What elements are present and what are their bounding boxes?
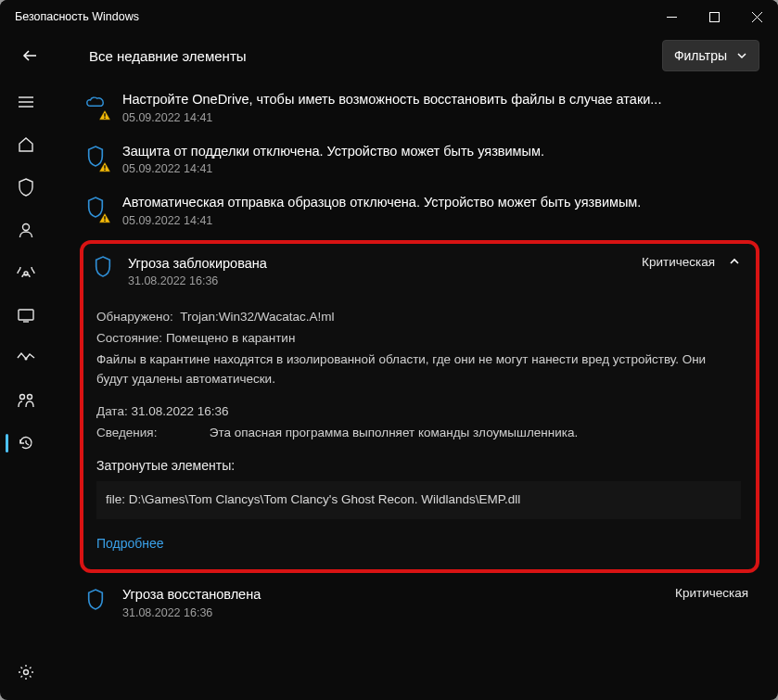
svg-line-16: [26, 443, 29, 445]
date-label: Дата:: [96, 404, 128, 418]
app-window: Безопасность Windows Все недавние элемен…: [0, 0, 778, 700]
item-text: Настройте OneDrive, чтобы иметь возможно…: [122, 91, 661, 124]
svg-point-17: [24, 670, 29, 675]
item-timestamp: 05.09.2022 14:41: [122, 162, 544, 175]
svg-rect-20: [104, 165, 105, 169]
window-title: Безопасность Windows: [15, 10, 139, 23]
window-buttons: [650, 0, 778, 33]
sidebar: [0, 78, 52, 700]
svg-rect-23: [104, 221, 105, 222]
threat-timestamp: 31.08.2022 16:36: [128, 274, 267, 287]
info-value: Эта опасная программа выполняет команды …: [210, 426, 579, 439]
item-timestamp: 05.09.2022 14:41: [122, 111, 661, 124]
list-item[interactable]: Автоматическая отправка образцов отключе…: [80, 185, 759, 236]
svg-rect-1: [709, 12, 719, 21]
threat-card-expanded: Угроза заблокирована 31.08.2022 16:36 Кр…: [80, 240, 759, 574]
item-timestamp: 31.08.2022 16:36: [122, 606, 261, 619]
list-item[interactable]: Защита от подделки отключена. Устройство…: [80, 134, 759, 185]
svg-rect-21: [104, 169, 105, 170]
svg-rect-19: [104, 118, 105, 119]
threat-title-block: Угроза заблокирована 31.08.2022 16:36: [128, 255, 267, 288]
cloud-warning-icon: [85, 93, 108, 120]
back-button[interactable]: [11, 37, 48, 74]
chevron-up-icon[interactable]: [728, 255, 741, 268]
svg-point-8: [23, 224, 30, 231]
detected-label: Обнаружено:: [96, 310, 173, 324]
nav-family-options[interactable]: [6, 382, 46, 419]
maximize-button[interactable]: [693, 0, 735, 33]
content: Настройте OneDrive, чтобы иметь возможно…: [52, 78, 778, 700]
threat-note: Файлы в карантине находятся в изолирован…: [96, 350, 741, 389]
nav-menu[interactable]: [6, 83, 46, 121]
state-value: Помещено в карантин: [166, 331, 295, 345]
svg-point-13: [20, 395, 25, 400]
nav-settings[interactable]: [6, 654, 46, 691]
item-text: Защита от подделки отключена. Устройство…: [122, 143, 544, 176]
severity-label: Критическая: [642, 255, 715, 269]
item-title: Угроза восстановлена: [122, 586, 261, 605]
info-label: Сведения:: [96, 426, 157, 439]
nav-firewall[interactable]: [6, 254, 46, 291]
chevron-down-icon: [736, 50, 747, 61]
list-item[interactable]: Угроза восстановлена 31.08.2022 16:36 Кр…: [80, 582, 759, 629]
date-value: 31.08.2022 16:36: [131, 404, 228, 418]
item-right: Критическая: [675, 586, 754, 600]
page-title: Все недавние элементы: [48, 48, 662, 64]
affected-file: file: D:\Games\Tom Clancys\Tom Clancy's …: [96, 481, 741, 519]
threat-details: Обнаружено: Trojan:Win32/Wacatac.A!ml Со…: [93, 287, 746, 558]
more-link[interactable]: Подробнее: [96, 534, 164, 554]
affected-label: Затронутые элементы:: [96, 456, 741, 477]
filters-button[interactable]: Фильтры: [662, 40, 759, 71]
item-title: Автоматическая отправка образцов отключе…: [122, 194, 641, 212]
item-text: Автоматическая отправка образцов отключе…: [122, 194, 641, 227]
nav-app-browser[interactable]: [6, 297, 46, 334]
severity-label: Критическая: [675, 586, 748, 600]
item-title: Защита от подделки отключена. Устройство…: [122, 143, 544, 161]
shield-icon: [85, 588, 108, 615]
item-title: Настройте OneDrive, чтобы иметь возможно…: [122, 91, 661, 109]
threat-header-right: Критическая: [642, 255, 746, 269]
nav-account-protection[interactable]: [6, 211, 46, 248]
item-timestamp: 05.09.2022 14:41: [122, 214, 641, 227]
list-item[interactable]: Настройте OneDrive, чтобы иметь возможно…: [80, 82, 759, 134]
state-label: Состояние:: [96, 331, 162, 345]
shield-warning-icon: [85, 145, 108, 172]
item-text: Угроза восстановлена 31.08.2022 16:36: [122, 586, 261, 619]
minimize-button[interactable]: [650, 0, 693, 33]
svg-rect-18: [104, 113, 105, 117]
detected-value: Trojan:Win32/Wacatac.A!ml: [180, 310, 334, 324]
nav-protection-history[interactable]: [6, 425, 46, 462]
svg-point-12: [25, 358, 28, 361]
nav-virus-protection[interactable]: [6, 169, 46, 206]
threat-title: Угроза заблокирована: [128, 255, 267, 274]
nav-device-security[interactable]: [6, 339, 46, 376]
close-button[interactable]: [735, 0, 778, 33]
shield-icon: [93, 255, 113, 282]
topbar: Все недавние элементы Фильтры: [0, 33, 778, 78]
filters-label: Фильтры: [674, 48, 727, 63]
nav-home[interactable]: [6, 126, 46, 163]
svg-point-14: [28, 395, 32, 400]
shield-warning-icon: [85, 196, 108, 223]
titlebar: Безопасность Windows: [0, 0, 778, 33]
threat-header[interactable]: Угроза заблокирована 31.08.2022 16:36 Кр…: [93, 255, 746, 288]
svg-rect-10: [19, 310, 33, 320]
body: Настройте OneDrive, чтобы иметь возможно…: [0, 78, 778, 700]
svg-rect-22: [104, 216, 105, 220]
